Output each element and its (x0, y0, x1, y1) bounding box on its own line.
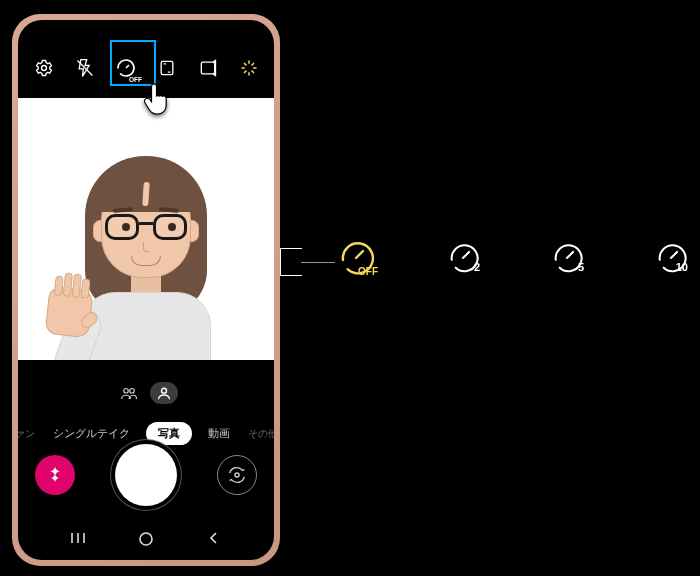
switch-camera-button[interactable] (217, 455, 257, 495)
mode-video[interactable]: 動画 (206, 422, 232, 445)
group-selfie-icon[interactable] (114, 382, 144, 404)
svg-line-16 (671, 252, 677, 258)
timer-label: OFF (129, 76, 142, 83)
svg-line-2 (126, 65, 129, 68)
timer-options-row: OFF 2 5 10 (334, 236, 690, 280)
system-nav-bar (18, 531, 274, 550)
single-selfie-icon[interactable] (150, 382, 178, 404)
svg-line-14 (463, 252, 469, 258)
camera-viewfinder (18, 98, 274, 360)
timer-option-2s-label: 2 (474, 261, 480, 273)
timer-option-5s[interactable]: 5 (548, 239, 586, 277)
mode-single-take[interactable]: シングルテイク (51, 422, 132, 445)
svg-point-7 (162, 388, 167, 393)
selfie-fov-toggle (18, 382, 274, 404)
nav-home-icon[interactable] (126, 531, 166, 550)
timer-icon[interactable]: OFF (112, 54, 139, 82)
svg-line-15 (567, 252, 573, 258)
gallery-thumbnail-button[interactable] (35, 455, 75, 495)
effects-icon[interactable] (235, 54, 262, 82)
svg-point-6 (130, 389, 135, 394)
timer-option-5s-label: 5 (578, 261, 584, 273)
svg-point-0 (41, 66, 46, 71)
camera-mode-strip[interactable]: ァン シングルテイク 写真 動画 その他 (18, 422, 274, 445)
mode-photo[interactable]: 写真 (146, 422, 192, 445)
mode-more[interactable]: その他 (246, 423, 275, 445)
shutter-row (18, 444, 274, 506)
timer-option-10s[interactable]: 10 (652, 239, 690, 277)
aspect-ratio-icon[interactable] (153, 54, 180, 82)
phone-screen: OFF (18, 20, 274, 560)
svg-point-12 (140, 533, 152, 545)
timer-option-off[interactable]: OFF (334, 236, 378, 280)
svg-rect-4 (201, 62, 214, 74)
callout-connector (280, 248, 302, 276)
svg-rect-3 (161, 61, 173, 74)
svg-point-5 (124, 389, 129, 394)
shutter-button[interactable] (115, 444, 177, 506)
avatar-preview (51, 120, 241, 360)
svg-point-8 (235, 473, 239, 477)
nav-back-icon[interactable] (194, 531, 234, 550)
camera-top-toolbar: OFF (18, 48, 274, 88)
nav-recents-icon[interactable] (58, 531, 98, 550)
settings-icon[interactable] (30, 54, 57, 82)
flash-off-icon[interactable] (71, 54, 98, 82)
timer-option-2s[interactable]: 2 (444, 239, 482, 277)
timer-option-10s-label: 10 (676, 261, 688, 273)
svg-line-13 (356, 251, 363, 258)
motion-photo-icon[interactable] (194, 54, 221, 82)
mode-fun[interactable]: ァン (18, 423, 37, 445)
phone-frame: OFF (12, 14, 280, 566)
timer-option-off-label: OFF (358, 266, 378, 277)
